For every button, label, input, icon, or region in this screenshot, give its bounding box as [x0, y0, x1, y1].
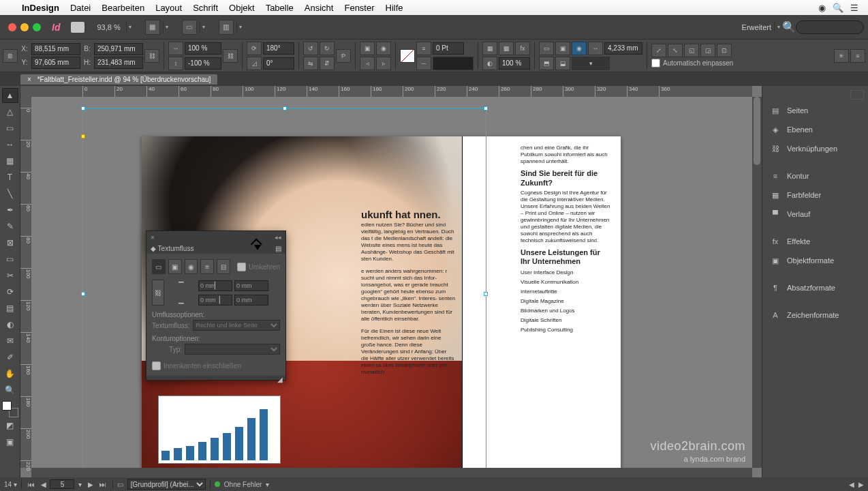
- wrap-mode-none[interactable]: ▭: [152, 259, 166, 274]
- spotlight-icon[interactable]: 🔍: [830, 3, 846, 13]
- panel-verlauf[interactable]: ▀Verlauf: [762, 205, 868, 224]
- fx-icon[interactable]: fx: [515, 42, 530, 55]
- menu-list-icon[interactable]: ☰: [846, 3, 863, 13]
- screen-mode-icon[interactable]: ▭: [182, 20, 197, 35]
- dock-collapse-icon[interactable]: [850, 90, 864, 100]
- offset-left-input[interactable]: [234, 280, 268, 291]
- offset-right-input[interactable]: [234, 295, 268, 306]
- shear-input[interactable]: [263, 57, 294, 70]
- select-prev-icon[interactable]: ◃: [360, 57, 375, 70]
- panel-seiten[interactable]: ▤Seiten: [762, 101, 868, 120]
- object-style-dropdown[interactable]: ▾: [572, 57, 610, 70]
- status-scroll-left-icon[interactable]: ◀: [849, 481, 854, 488]
- screen-mode-dropdown[interactable]: [200, 22, 208, 33]
- search-help-icon[interactable]: 🔍: [782, 20, 796, 33]
- view-mode-normal-icon[interactable]: ▣: [2, 434, 18, 449]
- align-top-icon[interactable]: ⬒: [539, 57, 554, 70]
- rotate-cw-icon[interactable]: ↻: [320, 42, 335, 55]
- panel-titlebar[interactable]: × ◂◂: [146, 231, 285, 243]
- panel-resize-grip[interactable]: ◢: [146, 376, 285, 380]
- line-tool[interactable]: ╲: [2, 186, 18, 201]
- panel-kontur[interactable]: ≡Kontur: [762, 166, 868, 185]
- vertical-scrollbar[interactable]: [752, 97, 762, 468]
- last-page-icon[interactable]: ⏭: [97, 481, 108, 488]
- status-scroll-right-icon[interactable]: ▶: [858, 481, 864, 488]
- panel-collapse-icon[interactable]: ◂◂: [275, 234, 281, 241]
- contour-type-select[interactable]: [185, 344, 280, 355]
- fit-frame-icon[interactable]: ⤡: [668, 44, 683, 57]
- gradient-feather-tool[interactable]: ◐: [2, 317, 18, 332]
- autofit-checkbox[interactable]: [651, 59, 660, 68]
- flip-v-icon[interactable]: ⇵: [320, 57, 335, 70]
- menu-objekt[interactable]: Objekt: [223, 3, 260, 13]
- next-page-icon[interactable]: ▶: [86, 481, 95, 488]
- menu-ansicht[interactable]: Ansicht: [299, 3, 339, 13]
- type-tool[interactable]: T: [2, 170, 18, 185]
- selection-tool[interactable]: ▲: [2, 88, 18, 103]
- close-tab-icon[interactable]: ×: [27, 76, 35, 83]
- wrap-bbox-icon[interactable]: ▣: [555, 42, 570, 55]
- view-options-icon[interactable]: ▦: [145, 20, 160, 35]
- panel-absatzformate[interactable]: ¶Absatzformate: [762, 278, 868, 297]
- app-name[interactable]: InDesign: [16, 3, 65, 13]
- workspace-dropdown[interactable]: [774, 22, 782, 33]
- menu-fenster[interactable]: Fenster: [339, 3, 379, 13]
- document-tab[interactable]: × *Faltblatt_Freisteller.indd @ 94 % [Üb…: [20, 74, 217, 85]
- vertical-ruler[interactable]: 020406080100120140160180200220: [20, 97, 31, 468]
- first-page-icon[interactable]: ⏮: [26, 481, 37, 488]
- flip-h-icon[interactable]: ⇋: [303, 57, 318, 70]
- rectangle-frame-tool[interactable]: ⊠: [2, 235, 18, 250]
- zoom-dropdown[interactable]: [126, 22, 134, 33]
- panel-effekte[interactable]: fxEffekte: [762, 232, 868, 251]
- note-tool[interactable]: ✉: [2, 333, 18, 348]
- eyedropper-tool[interactable]: ✐: [2, 350, 18, 365]
- pencil-tool[interactable]: ✎: [2, 219, 18, 234]
- opacity-input[interactable]: [499, 57, 530, 70]
- zoom-window[interactable]: [33, 23, 41, 31]
- menu-tabelle[interactable]: Tabelle: [260, 3, 299, 13]
- horizontal-scrollbar[interactable]: [31, 468, 752, 477]
- wrap-shape-icon[interactable]: ◉: [572, 42, 587, 55]
- wrap-none-icon[interactable]: ▭: [539, 42, 554, 55]
- prev-page-icon[interactable]: ◀: [39, 481, 48, 488]
- select-container-icon[interactable]: ▣: [360, 42, 375, 55]
- rotate-input[interactable]: [263, 42, 294, 55]
- center-content-icon[interactable]: ⊡: [717, 44, 732, 57]
- drop-shadow-icon[interactable]: ▦: [482, 42, 497, 55]
- reference-point-icon[interactable]: ⊞: [3, 49, 18, 63]
- zoom-level[interactable]: 93,8 %: [94, 23, 123, 31]
- preflight-profile-select[interactable]: [Grundprofil] (Arbei...: [127, 479, 206, 490]
- constrain-wh-icon[interactable]: ⛓: [144, 49, 159, 63]
- view-options-dropdown[interactable]: [163, 22, 171, 33]
- panel-ebenen[interactable]: ◈Ebenen: [762, 120, 868, 139]
- gradient-swatch-tool[interactable]: ▤: [2, 301, 18, 316]
- page-tool[interactable]: ▭: [2, 121, 18, 136]
- menu-schrift[interactable]: Schrift: [187, 3, 223, 13]
- cc-icon[interactable]: ◉: [813, 3, 830, 13]
- stroke-style-dropdown[interactable]: [433, 57, 474, 70]
- right-text-frame[interactable]: chen und eine Grafik, die ihr Publikum s…: [521, 145, 610, 336]
- menu-bearbeiten[interactable]: Bearbeiten: [96, 3, 150, 13]
- panel-zeichenformate[interactable]: AZeichenformate: [762, 306, 868, 325]
- opacity-icon[interactable]: ▩: [499, 42, 514, 55]
- arrange-docs-dropdown[interactable]: [236, 22, 245, 33]
- stroke-weight-input[interactable]: [433, 42, 464, 55]
- pen-tool[interactable]: ✒: [2, 203, 18, 218]
- horizontal-ruler[interactable]: 0204060801001201401601802002202402602803…: [31, 86, 752, 97]
- gap-tool[interactable]: ↔: [2, 137, 18, 152]
- scissors-tool[interactable]: ✂: [2, 268, 18, 283]
- direct-selection-tool[interactable]: △: [2, 104, 18, 119]
- panel-objektformate[interactable]: ▣Objektformate: [762, 251, 868, 270]
- constrain-scale-icon[interactable]: ⛓: [223, 49, 238, 63]
- pasteboard[interactable]: ukunft hat nnen. edien nutzen Sie? Büche…: [31, 97, 752, 468]
- y-input[interactable]: [31, 57, 80, 69]
- wrap-mode-jump[interactable]: ≡: [200, 259, 214, 274]
- search-help-input[interactable]: [796, 20, 864, 34]
- menu-hilfe[interactable]: Hilfe: [380, 3, 409, 13]
- rotate-ccw-icon[interactable]: ↺: [303, 42, 318, 55]
- panel-farbfelder[interactable]: ▦Farbfelder: [762, 185, 868, 205]
- apply-color-icon[interactable]: ◩: [2, 418, 18, 433]
- page-number-input[interactable]: [50, 479, 74, 489]
- content-collector-tool[interactable]: ▦: [2, 153, 18, 168]
- panel-menu-icon[interactable]: ▤: [275, 245, 281, 252]
